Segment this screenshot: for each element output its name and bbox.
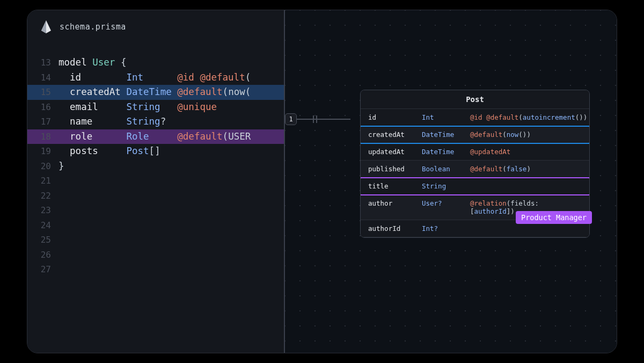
code-content: email String @unique xyxy=(58,100,217,115)
field-type: DateTime xyxy=(422,148,470,156)
code-content: model User { xyxy=(58,55,126,70)
line-number: 14 xyxy=(27,70,58,85)
app-frame: schema.prisma 13model User {14 id Int @i… xyxy=(27,10,617,353)
line-number: 24 xyxy=(27,218,58,233)
field-attrs: @default(now()) xyxy=(470,130,582,139)
relation-connector: 1 xyxy=(285,113,350,125)
code-content: createdAt DateTime @default(now( xyxy=(58,85,251,100)
field-name: id xyxy=(368,113,422,121)
field-type: Int xyxy=(422,113,470,121)
field-name: author xyxy=(368,199,422,215)
model-field-row[interactable]: createdAtDateTime@default(now()) xyxy=(361,126,589,143)
code-line[interactable]: 19 posts Post[] xyxy=(27,144,284,159)
code-content: role Role @default(USER xyxy=(58,129,251,144)
code-content: posts Post[] xyxy=(58,144,160,159)
field-attrs: @default(false) xyxy=(470,165,582,173)
line-number: 27 xyxy=(27,262,58,277)
field-type: Boolean xyxy=(422,165,470,173)
code-content: name String? xyxy=(58,114,166,129)
code-content: id Int @id @default( xyxy=(58,70,251,85)
field-attrs: @id @default(autoincrement()) xyxy=(470,113,587,121)
relation-badge: 1 xyxy=(285,113,297,125)
code-area[interactable]: 13model User {14 id Int @id @default(15 … xyxy=(27,39,284,277)
code-line[interactable]: 14 id Int @id @default( xyxy=(27,70,284,85)
code-line[interactable]: 26 xyxy=(27,248,284,263)
field-attrs xyxy=(470,224,582,233)
field-type: DateTime xyxy=(422,130,470,139)
field-type: String xyxy=(422,182,470,190)
code-editor-panel: schema.prisma 13model User {14 id Int @i… xyxy=(27,10,285,353)
code-line[interactable]: 24 xyxy=(27,218,284,233)
collaborator-cursor: Product Manager xyxy=(516,211,592,224)
relation-line xyxy=(297,119,350,120)
code-line[interactable]: 16 email String @unique xyxy=(27,100,284,115)
code-line[interactable]: 23 xyxy=(27,203,284,218)
line-number: 15 xyxy=(27,85,58,100)
code-line[interactable]: 22 xyxy=(27,188,284,204)
file-header: schema.prisma xyxy=(27,10,284,39)
line-number: 22 xyxy=(27,188,58,204)
code-line[interactable]: 21 xyxy=(27,173,284,188)
canvas-panel[interactable]: 1 Post idInt@id @default(autoincrement()… xyxy=(285,10,617,353)
model-field-row[interactable]: updatedAtDateTime@updatedAt xyxy=(361,143,589,161)
field-name: createdAt xyxy=(368,130,422,139)
code-content: } xyxy=(58,159,64,174)
code-line[interactable]: 15 createdAt DateTime @default(now( xyxy=(27,85,284,100)
prisma-icon xyxy=(40,20,52,34)
line-number: 17 xyxy=(27,114,58,129)
line-number: 25 xyxy=(27,233,58,248)
file-name: schema.prisma xyxy=(60,22,126,32)
field-name: title xyxy=(368,182,422,190)
model-card-title: Post xyxy=(361,90,589,109)
code-line[interactable]: 18 role Role @default(USER xyxy=(27,129,284,144)
model-field-row[interactable]: publishedBoolean@default(false) xyxy=(361,161,589,178)
model-field-row[interactable]: idInt@id @default(autoincrement()) xyxy=(361,109,589,126)
code-line[interactable]: 13model User { xyxy=(27,55,284,70)
line-number: 19 xyxy=(27,144,58,159)
code-line[interactable]: 17 name String? xyxy=(27,114,284,129)
field-type: User? xyxy=(422,199,470,215)
line-number: 16 xyxy=(27,100,58,115)
field-name: authorId xyxy=(368,224,422,233)
line-number: 18 xyxy=(27,129,58,144)
field-name: published xyxy=(368,165,422,173)
code-line[interactable]: 27 xyxy=(27,262,284,277)
model-field-row[interactable]: titleString xyxy=(361,178,589,195)
line-number: 23 xyxy=(27,203,58,218)
line-number: 20 xyxy=(27,159,58,174)
line-number: 21 xyxy=(27,173,58,188)
field-attrs: @updatedAt xyxy=(470,148,582,156)
code-line[interactable]: 25 xyxy=(27,233,284,248)
line-number: 26 xyxy=(27,248,58,263)
field-type: Int? xyxy=(422,224,470,233)
code-line[interactable]: 20} xyxy=(27,159,284,174)
line-number: 13 xyxy=(27,55,58,70)
field-attrs xyxy=(470,182,582,190)
field-name: updatedAt xyxy=(368,148,422,156)
